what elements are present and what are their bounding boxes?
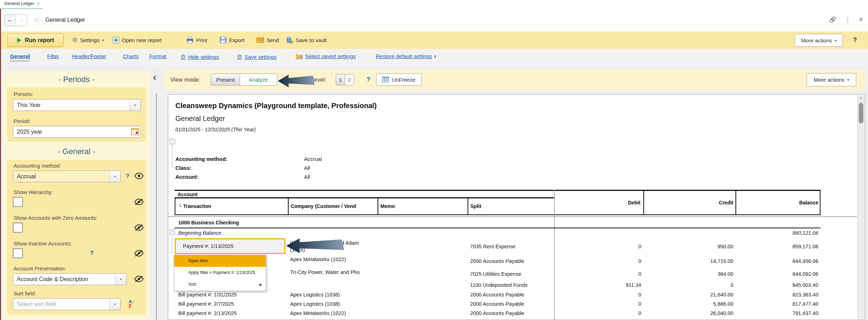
show-inactive-accounts-checkbox[interactable] xyxy=(13,248,23,258)
calendar-picker-button[interactable] xyxy=(130,126,140,137)
cell-balance[interactable]: 823,363.40 xyxy=(729,290,818,299)
run-report-button[interactable]: Run report xyxy=(8,34,64,47)
collapse-section-button[interactable]: − xyxy=(170,139,175,144)
cell-debit[interactable]: 0 xyxy=(552,309,641,318)
cell-debit[interactable]: 0 xyxy=(552,268,641,280)
cell-balance[interactable]: 859,171.06 xyxy=(729,238,818,255)
cell-split[interactable]: 2000 Accounts Payable xyxy=(470,309,552,318)
cell-credit[interactable]: 21,640.00 xyxy=(644,290,733,299)
cell-transaction[interactable]: Bill payment #: 1/31/2025 xyxy=(178,290,285,299)
hide-settings-link[interactable]: ⚙ Hide settings xyxy=(180,53,219,61)
cell-debit[interactable]: 0 xyxy=(552,290,641,299)
cell-split[interactable]: 7035 Rent Expense xyxy=(470,238,552,255)
eye-hidden-icon[interactable] xyxy=(134,198,144,205)
sidebar-divider[interactable] xyxy=(156,93,157,320)
cell-debit[interactable]: 0 xyxy=(552,238,641,255)
column-header-balance[interactable]: Balance xyxy=(736,200,818,205)
tab-close-icon[interactable]: × xyxy=(37,1,39,6)
cell-credit[interactable]: 26,040.00 xyxy=(644,309,733,318)
dropdown-caret-icon[interactable]: ▾ xyxy=(129,100,140,111)
context-menu-sort[interactable]: Sort ▶ xyxy=(174,279,266,290)
cell-debit[interactable]: 0 xyxy=(552,299,641,309)
scroll-up-icon[interactable]: ▲ xyxy=(858,96,864,100)
cell-transaction[interactable]: Bill payment #: 2/7/2025 xyxy=(178,299,285,309)
vertical-scrollbar[interactable]: ▲ xyxy=(857,95,864,319)
column-header-company[interactable]: Company (Customer / Vend xyxy=(291,203,356,209)
select-saved-settings-link[interactable]: Select saved settings xyxy=(296,53,356,59)
link-icon[interactable] xyxy=(829,16,837,24)
tab-general-ledger[interactable]: General Ledger× xyxy=(0,0,43,10)
cell-company[interactable]: Apex Metalworks (1022) xyxy=(290,310,374,317)
cell-balance[interactable]: 845,003.40 xyxy=(729,280,818,290)
collapse-sidebar-chevron[interactable]: ‹ xyxy=(153,72,156,82)
report-level-1-button[interactable]: 1 xyxy=(336,74,345,85)
toolbar-more-actions-button[interactable]: More actions ▾ xyxy=(795,34,843,47)
column-header-credit[interactable]: Credit xyxy=(649,200,733,205)
context-menu-apply-filter[interactable]: Apply filter = Payment #: 1/13/2025 xyxy=(174,267,266,279)
cell-credit[interactable]: 950.00 xyxy=(644,238,733,255)
cell-company[interactable]: Apex Logistics (1038) xyxy=(290,301,374,308)
account-presentation-select[interactable]: Account Code & Description ▾ xyxy=(13,273,126,285)
accounting-method-select[interactable]: Accrual ▾ xyxy=(13,171,121,182)
beginning-balance-label[interactable]: Beginning Balance xyxy=(178,230,221,236)
open-new-report-button[interactable]: Open new report xyxy=(113,31,162,49)
cell-debit[interactable]: 0 xyxy=(552,255,641,268)
collapse-account-button[interactable]: − xyxy=(170,229,175,234)
eye-hidden-icon[interactable] xyxy=(134,250,144,257)
viewbar-more-actions-button[interactable]: More actions ▾ xyxy=(807,73,856,86)
dropdown-caret-icon[interactable]: ▾ xyxy=(109,171,120,182)
tab-header-footer[interactable]: Header/Footer xyxy=(72,53,106,59)
scrollbar-thumb[interactable] xyxy=(859,103,863,123)
cell-credit[interactable]: 0 xyxy=(644,280,733,290)
eye-hidden-icon[interactable] xyxy=(134,224,144,231)
restore-default-settings-link[interactable]: Restore default settings ▾ xyxy=(376,53,436,59)
show-zero-accounts-checkbox[interactable] xyxy=(13,223,23,233)
cell-debit[interactable]: 911.34 xyxy=(552,280,641,290)
beginning-balance-value[interactable]: 860,121.06 xyxy=(729,230,818,236)
sort-az-icon[interactable]: A↓ Z xyxy=(129,300,134,308)
cell-split[interactable]: 7025 Utilities Expense xyxy=(470,268,552,280)
column-header-debit[interactable]: Debit xyxy=(558,200,640,205)
tab-general[interactable]: General xyxy=(10,53,30,61)
dropdown-caret-icon[interactable]: ▾ xyxy=(109,299,120,310)
cell-balance[interactable]: 844,456.06 xyxy=(729,255,818,268)
cell-balance[interactable]: 844,092.06 xyxy=(729,268,818,280)
tab-charts[interactable]: Charts xyxy=(123,53,139,59)
column-header-transaction[interactable]: └ Transaction xyxy=(178,203,211,209)
cell-company[interactable]: Apex Metalworks (1022) xyxy=(290,256,374,263)
tab-filter[interactable]: Filter xyxy=(47,53,59,59)
view-mode-analyze-button[interactable]: Analyze xyxy=(240,73,277,86)
cell-credit[interactable]: 14,715.00 xyxy=(644,255,733,268)
unfreeze-button[interactable]: UnFreeze xyxy=(376,73,421,86)
toolbar-help-button[interactable]: ? xyxy=(853,31,857,49)
show-hierarchy-checkbox[interactable] xyxy=(13,197,23,207)
forward-button[interactable]: → xyxy=(16,15,27,26)
print-button[interactable]: Print xyxy=(186,31,207,49)
cell-split[interactable]: 1100 Undeposited Funds xyxy=(470,280,552,290)
column-header-memo[interactable]: Memo xyxy=(380,203,395,209)
group-header[interactable]: Account xyxy=(178,192,198,197)
sort-field-select[interactable]: Select sort field ▾ xyxy=(13,298,121,310)
save-to-vault-button[interactable]: Save to vault xyxy=(286,31,327,49)
cell-transaction[interactable]: Bill payment #: 2/13/2025 xyxy=(178,309,285,318)
period-input[interactable]: 2025 year xyxy=(13,126,141,138)
cell-credit[interactable]: 364.00 xyxy=(644,268,733,280)
export-button[interactable]: Export xyxy=(220,31,244,49)
save-settings-link[interactable]: ⚙ Save settings xyxy=(237,53,276,61)
cell-balance[interactable]: 791,437.40 xyxy=(729,309,818,318)
cell-split[interactable]: 2000 Accounts Payable xyxy=(470,290,552,299)
close-window-icon[interactable]: × xyxy=(859,15,863,24)
back-button[interactable]: ← xyxy=(5,15,16,26)
highlighted-transaction-cell[interactable]: Payment #: 1/13/2025 xyxy=(175,238,285,254)
eye-hidden-icon[interactable] xyxy=(134,275,144,283)
cell-split[interactable]: 2000 Accounts Payable xyxy=(470,255,552,268)
favorite-star-icon[interactable]: ☆ xyxy=(33,15,40,25)
account-group-row[interactable]: 1000 Business Checking xyxy=(178,220,239,225)
eye-visible-icon[interactable] xyxy=(134,173,144,179)
send-button[interactable]: Send xyxy=(256,31,279,49)
cell-company[interactable]: Apex Logistics (1038) xyxy=(290,291,374,298)
report-level-help[interactable]: ? xyxy=(366,76,370,83)
cell-company[interactable]: Tri-City Power, Water and Pho xyxy=(290,269,374,276)
dropdown-caret-icon[interactable]: ▾ xyxy=(115,274,126,285)
kebab-menu-icon[interactable]: ⋮ xyxy=(844,16,851,24)
